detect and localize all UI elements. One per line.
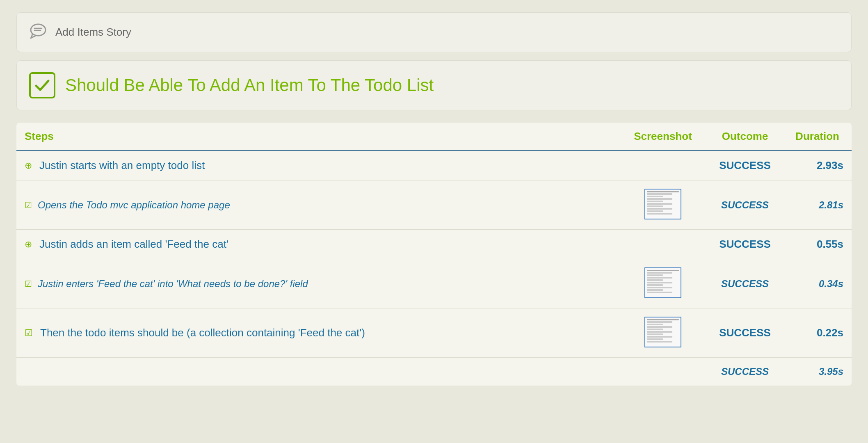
screenshot-thumb[interactable] xyxy=(644,189,681,219)
table-row-total: SUCCESS 3.95s xyxy=(16,358,852,386)
outcome-cell: SUCCESS xyxy=(704,151,786,180)
col-header-duration: Duration xyxy=(786,123,852,151)
outcome-cell: SUCCESS xyxy=(704,230,786,259)
outcome-cell: SUCCESS xyxy=(704,259,786,308)
screenshot-cell[interactable] xyxy=(622,180,704,230)
screenshot-cell xyxy=(622,230,704,259)
step-text: Justin adds an item called 'Feed the cat… xyxy=(39,238,228,251)
col-header-screenshot: Screenshot xyxy=(622,123,704,151)
duration-cell: 0.22s xyxy=(786,308,852,358)
duration-cell: 2.93s xyxy=(786,151,852,180)
step-text: Justin enters 'Feed the cat' into 'What … xyxy=(38,278,308,290)
sub-check-icon: ☑ xyxy=(25,328,33,338)
table-row: ☑ Opens the Todo mvc application home pa… xyxy=(16,180,852,230)
sub-check-icon: ☑ xyxy=(25,200,32,210)
steps-table: Steps Screenshot Outcome Duration ⊕ Just… xyxy=(16,123,852,386)
total-screenshot-cell xyxy=(622,358,704,386)
expand-icon[interactable]: ⊕ xyxy=(25,239,32,250)
scenario-title: Should Be Able To Add An Item To The Tod… xyxy=(65,75,434,95)
story-title: Add Items Story xyxy=(55,26,131,39)
step-cell: ⊕ Justin starts with an empty todo list xyxy=(16,151,622,180)
table-row: ⊕ Justin adds an item called 'Feed the c… xyxy=(16,230,852,259)
step-cell: ☑ Justin enters 'Feed the cat' into 'Wha… xyxy=(16,259,622,308)
total-duration-cell: 3.95s xyxy=(786,358,852,386)
table-row: ☑ Then the todo items should be (a colle… xyxy=(16,308,852,358)
outcome-cell: SUCCESS xyxy=(704,308,786,358)
total-outcome-cell: SUCCESS xyxy=(704,358,786,386)
story-card: Add Items Story xyxy=(16,12,852,52)
table-row: ☑ Justin enters 'Feed the cat' into 'Wha… xyxy=(16,259,852,308)
page-wrapper: Add Items Story Should Be Able To Add An… xyxy=(0,0,868,398)
scenario-card: Should Be Able To Add An Item To The Tod… xyxy=(16,60,852,110)
scenario-check-icon xyxy=(29,72,55,98)
total-step-cell xyxy=(16,358,622,386)
outcome-cell: SUCCESS xyxy=(704,180,786,230)
story-icon xyxy=(29,22,47,43)
col-header-outcome: Outcome xyxy=(704,123,786,151)
table-row: ⊕ Justin starts with an empty todo list … xyxy=(16,151,852,180)
duration-cell: 2.81s xyxy=(786,180,852,230)
screenshot-thumb[interactable] xyxy=(644,267,681,298)
step-text: Opens the Todo mvc application home page xyxy=(38,199,230,211)
duration-cell: 0.34s xyxy=(786,259,852,308)
step-cell: ☑ Opens the Todo mvc application home pa… xyxy=(16,180,622,230)
step-text: Justin starts with an empty todo list xyxy=(39,159,205,172)
expand-icon[interactable]: ⊕ xyxy=(25,160,32,171)
step-text: Then the todo items should be (a collect… xyxy=(40,327,365,339)
screenshot-thumb[interactable] xyxy=(644,317,681,347)
screenshot-cell[interactable] xyxy=(622,259,704,308)
step-cell: ⊕ Justin adds an item called 'Feed the c… xyxy=(16,230,622,259)
step-cell: ☑ Then the todo items should be (a colle… xyxy=(16,308,622,358)
screenshot-cell xyxy=(622,151,704,180)
screenshot-cell[interactable] xyxy=(622,308,704,358)
col-header-steps: Steps xyxy=(16,123,622,151)
sub-check-icon: ☑ xyxy=(25,279,32,289)
table-header-row: Steps Screenshot Outcome Duration xyxy=(16,123,852,151)
duration-cell: 0.55s xyxy=(786,230,852,259)
